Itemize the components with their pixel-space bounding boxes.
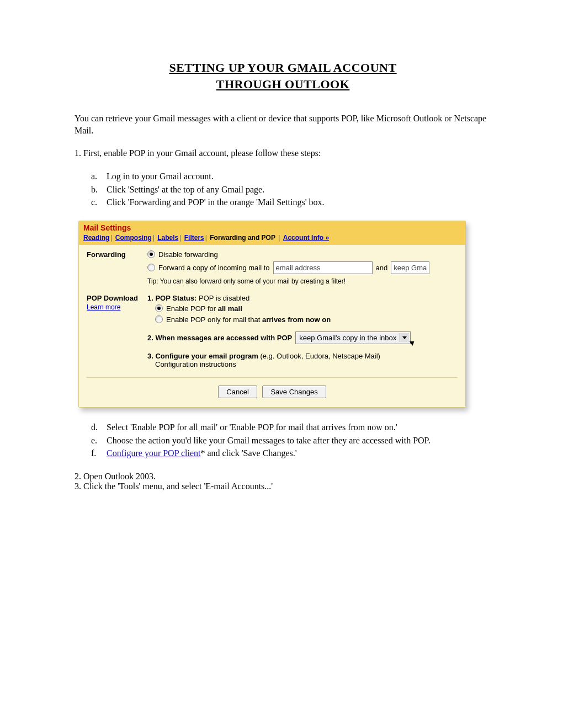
pop-status-value: POP is disabled [196,294,249,302]
page-title-line1: SETTING UP YOUR GMAIL ACCOUNT [75,61,491,75]
chevron-down-icon [400,333,409,342]
radio-enable-pop-new[interactable] [155,315,163,323]
configure-program-label: 3. Configure your email program [147,352,258,360]
radio-disable-forwarding-label: Disable forwarding [158,250,218,259]
tab-filters[interactable]: Filters [184,234,204,242]
pop-action-select[interactable]: keep Gmail's copy in the inbox [295,331,411,344]
tab-reading[interactable]: Reading [83,234,109,242]
forward-email-input[interactable]: email address [273,261,373,274]
panel-title: Mail Settings [83,223,461,232]
configure-program-examples: (e.g. Outlook, Eudora, Netscape Mail) [258,352,380,360]
learn-more-link[interactable]: Learn more [87,303,147,311]
substep-f: f. Configure your POP client* and click … [91,447,491,459]
tab-account-info[interactable]: Account Info » [283,234,329,242]
mail-settings-panel: Mail Settings Reading| Composing| Labels… [78,221,466,408]
pop-download-label: POP Download [87,294,138,302]
page-title-line2: THROUGH OUTLOOK [75,77,491,92]
substep-d: d. Select 'Enable POP for all mail' or '… [91,421,491,433]
radio-forward-copy-label: Forward a copy of incoming mail to [158,264,270,272]
substep-e: e. Choose the action you'd like your Gma… [91,435,491,447]
radio-enable-pop-new-label: Enable POP only for mail that arrives fr… [166,315,331,324]
step-1: 1. First, enable POP in your Gmail accou… [75,148,491,158]
forwarding-label: Forwarding [87,250,147,285]
step-3: 3. Click the 'Tools' menu, and select 'E… [75,481,491,491]
forward-and-label: and [376,264,388,272]
substep-c: c. Click 'Forwarding and POP' in the ora… [91,196,491,208]
substep-a: a. Log in to your Gmail account. [91,170,491,183]
substep-b: b. Click 'Settings' at the top of any Gm… [91,184,491,196]
tab-forwarding-pop[interactable]: Forwarding and POP [210,234,275,242]
create-filter-link[interactable]: creating a filter! [300,277,346,285]
cancel-button[interactable]: Cancel [218,386,257,398]
intro-text: You can retrieve your Gmail messages wit… [75,113,491,136]
radio-disable-forwarding[interactable] [147,250,155,258]
tab-composing[interactable]: Composing [115,234,152,242]
radio-enable-pop-all-label: Enable POP for all mail [166,304,242,313]
divider [87,377,458,378]
tab-labels[interactable]: Labels [157,234,178,242]
pop-status-label: 1. POP Status: [147,294,196,302]
step-2: 2. Open Outlook 2003. [75,472,491,481]
radio-enable-pop-all[interactable] [155,304,163,312]
configuration-instructions-link[interactable]: Configuration instructions [155,360,236,368]
forward-keep-select[interactable]: keep Gma [391,261,429,274]
radio-forward-copy[interactable] [147,264,155,271]
panel-tabs: Reading| Composing| Labels| Filters| For… [83,234,461,242]
configure-pop-client-link[interactable]: Configure your POP client [107,448,201,458]
forward-tip-text: Tip: You can also forward only some of y… [147,277,300,285]
pop-access-label: 2. When messages are accessed with POP [147,334,292,342]
save-changes-button[interactable]: Save Changes [262,386,326,398]
